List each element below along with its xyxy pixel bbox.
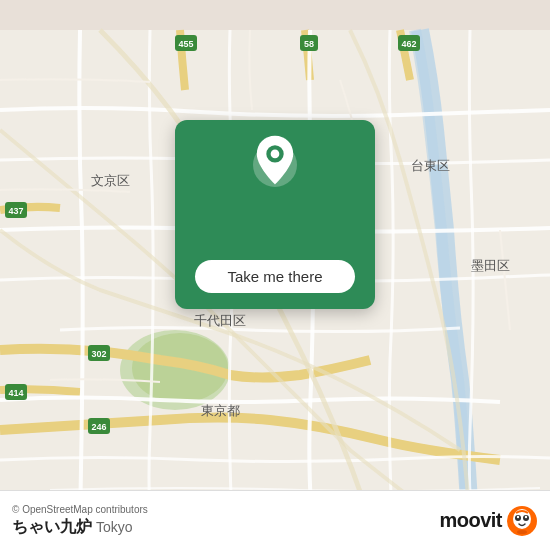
place-info: © OpenStreetMap contributors ちゃい九炉 Tokyo xyxy=(12,504,148,538)
svg-point-33 xyxy=(525,515,527,517)
svg-point-32 xyxy=(517,515,519,517)
bottom-bar: © OpenStreetMap contributors ちゃい九炉 Tokyo… xyxy=(0,490,550,550)
svg-text:文京区: 文京区 xyxy=(91,173,130,188)
svg-text:455: 455 xyxy=(178,39,193,49)
map-attribution: © OpenStreetMap contributors xyxy=(12,504,148,515)
moovit-mascot-icon xyxy=(506,505,538,537)
location-pin-icon xyxy=(249,134,301,186)
map-container: 455 58 462 437 302 414 246 文京区 台東区 千代田区 … xyxy=(0,0,550,550)
moovit-logo-text: moovit xyxy=(439,509,502,532)
svg-text:302: 302 xyxy=(91,349,106,359)
moovit-logo: moovit xyxy=(439,505,538,537)
svg-text:462: 462 xyxy=(401,39,416,49)
svg-point-27 xyxy=(271,150,280,159)
location-card: Take me there xyxy=(175,120,375,309)
take-me-there-button[interactable]: Take me there xyxy=(195,260,355,293)
svg-text:千代田区: 千代田区 xyxy=(194,313,246,328)
svg-text:東京都: 東京都 xyxy=(201,403,240,418)
svg-text:58: 58 xyxy=(304,39,314,49)
svg-text:墨田区: 墨田区 xyxy=(471,258,510,273)
place-name: ちゃい九炉 xyxy=(12,517,92,538)
city-name: Tokyo xyxy=(96,519,133,535)
svg-text:414: 414 xyxy=(8,388,23,398)
svg-point-34 xyxy=(517,530,527,534)
svg-text:437: 437 xyxy=(8,206,23,216)
svg-text:246: 246 xyxy=(91,422,106,432)
svg-text:台東区: 台東区 xyxy=(411,158,450,173)
